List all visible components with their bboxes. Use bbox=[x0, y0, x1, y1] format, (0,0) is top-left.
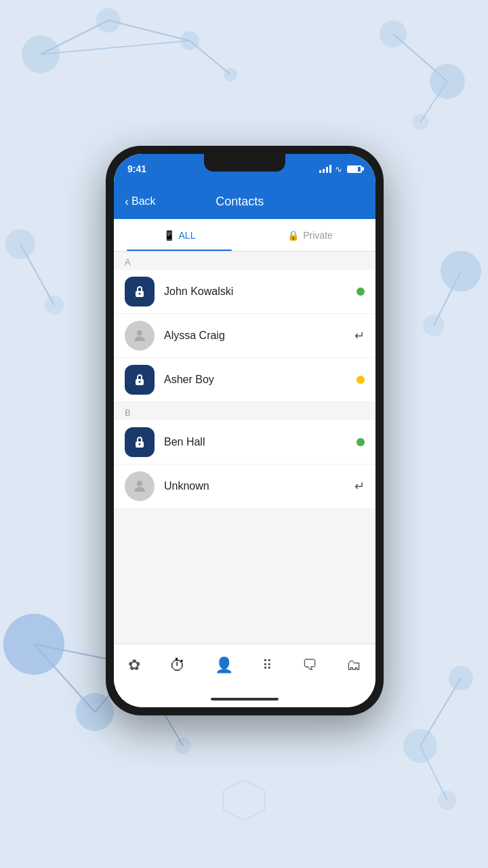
contact-item[interactable]: Ben Hall bbox=[114, 420, 375, 465]
bottom-nav: ✿ ⏱ 👤 ⠿ 🗨 🗂 bbox=[114, 644, 375, 691]
home-indicator bbox=[114, 691, 375, 707]
section-label-b: B bbox=[114, 402, 375, 420]
status-dot-yellow bbox=[357, 376, 365, 384]
person-icon: 👤 bbox=[215, 656, 233, 674]
contact-name-alyssa: Alyssa Craig bbox=[164, 330, 354, 342]
svg-point-20 bbox=[3, 614, 64, 675]
svg-line-32 bbox=[420, 746, 447, 800]
contact-item[interactable]: John Kowalski bbox=[114, 270, 375, 314]
svg-point-9 bbox=[380, 20, 407, 47]
contact-item[interactable]: Asher Boy bbox=[114, 358, 375, 402]
svg-point-18 bbox=[423, 315, 445, 336]
contact-name-john: John Kowalski bbox=[164, 285, 357, 298]
clock-icon: ⏱ bbox=[169, 656, 186, 675]
svg-point-38 bbox=[139, 381, 141, 383]
contact-name-ben: Ben Hall bbox=[164, 436, 357, 448]
contact-name-asher: Asher Boy bbox=[164, 374, 357, 386]
contact-item[interactable]: Unknown ↵ bbox=[114, 465, 375, 509]
svg-point-30 bbox=[438, 791, 457, 810]
bottom-nav-clock[interactable]: ⏱ bbox=[164, 652, 191, 679]
svg-point-23 bbox=[175, 738, 191, 754]
svg-point-35 bbox=[139, 293, 141, 295]
contact-list: A John Kowalski bbox=[114, 252, 375, 509]
avatar-john bbox=[125, 277, 155, 307]
back-chevron-icon: ‹ bbox=[125, 195, 129, 209]
tab-private-label: Private bbox=[303, 230, 333, 241]
tab-all-label: ALL bbox=[179, 230, 196, 241]
section-label-a: A bbox=[114, 252, 375, 270]
nav-bar: ‹ Back Contacts bbox=[114, 184, 375, 219]
svg-line-13 bbox=[420, 81, 447, 122]
tab-private-icon: 🔒 bbox=[287, 230, 299, 241]
tab-all-icon: 📱 bbox=[163, 230, 175, 241]
status-time: 9:41 bbox=[127, 163, 146, 174]
signal-bars bbox=[319, 165, 331, 173]
phone-frame: 9:41 ∿ ‹ Back Contacts bbox=[106, 146, 384, 715]
tabs-bar: 📱 ALL 🔒 Private bbox=[114, 219, 375, 252]
svg-line-19 bbox=[434, 271, 461, 326]
svg-line-6 bbox=[108, 20, 190, 41]
svg-line-31 bbox=[420, 678, 461, 746]
svg-line-7 bbox=[190, 41, 230, 75]
svg-point-4 bbox=[224, 68, 237, 81]
home-bar bbox=[211, 698, 279, 701]
svg-point-36 bbox=[137, 330, 142, 336]
svg-line-24 bbox=[34, 644, 95, 712]
svg-point-29 bbox=[449, 666, 473, 690]
svg-line-16 bbox=[20, 244, 54, 305]
back-label: Back bbox=[131, 195, 156, 208]
avatar-asher bbox=[125, 365, 155, 395]
contact-name-unknown: Unknown bbox=[164, 480, 354, 492]
svg-marker-33 bbox=[224, 780, 264, 821]
svg-point-15 bbox=[45, 296, 64, 315]
svg-point-2 bbox=[96, 8, 121, 33]
wifi-icon: ∿ bbox=[335, 164, 342, 174]
svg-point-28 bbox=[403, 729, 437, 763]
svg-point-17 bbox=[441, 251, 481, 292]
phone-notch bbox=[204, 154, 285, 172]
svg-point-14 bbox=[5, 229, 35, 259]
status-dot-green-2 bbox=[357, 438, 365, 446]
svg-point-40 bbox=[139, 443, 141, 446]
back-button[interactable]: ‹ Back bbox=[125, 195, 156, 209]
chat-icon: 🗨 bbox=[302, 656, 317, 674]
phone-screen: 9:41 ∿ ‹ Back Contacts bbox=[114, 154, 375, 707]
tab-all[interactable]: 📱 ALL bbox=[114, 219, 245, 251]
status-icons: ∿ bbox=[319, 164, 362, 174]
svg-point-3 bbox=[180, 31, 199, 50]
content-area: 📱 ALL 🔒 Private A bbox=[114, 219, 375, 644]
share-icon: ↵ bbox=[354, 328, 365, 343]
bottom-nav-contacts[interactable]: 👤 bbox=[209, 652, 239, 678]
svg-line-8 bbox=[41, 41, 190, 54]
bottom-nav-chat[interactable]: 🗨 bbox=[297, 652, 323, 678]
svg-point-1 bbox=[22, 35, 60, 73]
avatar-unknown bbox=[125, 471, 155, 501]
bottom-nav-wallet[interactable]: 🗂 bbox=[341, 652, 367, 678]
apps-icon: ✿ bbox=[128, 656, 140, 674]
bottom-nav-grid[interactable]: ⠿ bbox=[257, 653, 279, 677]
avatar-alyssa bbox=[125, 321, 155, 351]
svg-point-11 bbox=[412, 114, 428, 130]
nav-title: Contacts bbox=[156, 195, 324, 209]
contact-item[interactable]: Alyssa Craig ↵ bbox=[114, 314, 375, 358]
share-icon-2: ↵ bbox=[354, 479, 365, 494]
tab-private[interactable]: 🔒 Private bbox=[245, 219, 375, 251]
battery-icon bbox=[347, 165, 362, 173]
status-dot-green bbox=[357, 288, 365, 296]
svg-line-12 bbox=[393, 34, 447, 81]
wallet-icon: 🗂 bbox=[346, 656, 361, 674]
svg-point-21 bbox=[76, 693, 114, 731]
avatar-ben bbox=[125, 427, 155, 457]
svg-point-41 bbox=[137, 481, 142, 486]
svg-line-5 bbox=[41, 20, 108, 54]
grid-icon: ⠿ bbox=[262, 657, 273, 673]
bottom-nav-apps[interactable]: ✿ bbox=[123, 652, 146, 678]
svg-point-10 bbox=[430, 64, 465, 99]
